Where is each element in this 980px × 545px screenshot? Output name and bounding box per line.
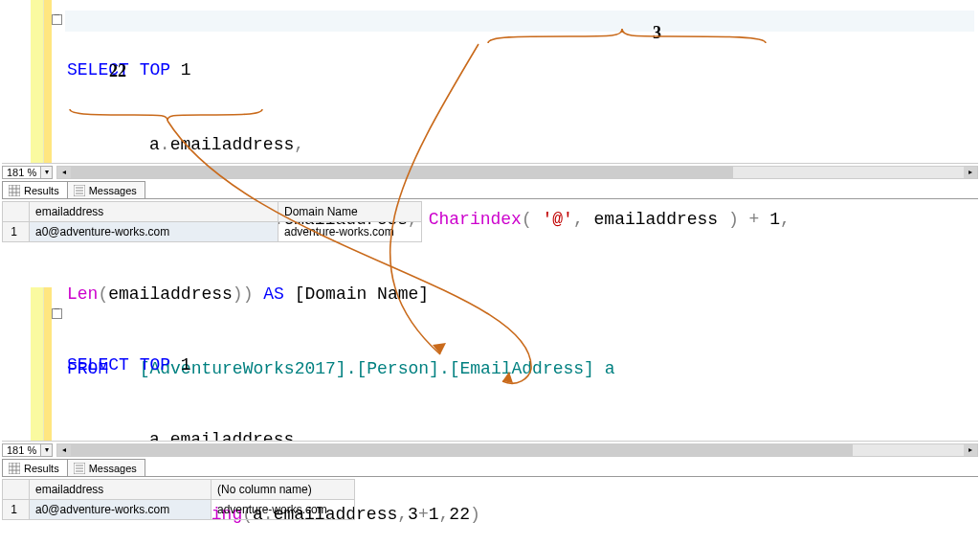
col-header[interactable]: emailaddress <box>30 480 212 500</box>
scroll-right-icon[interactable]: ▸ <box>964 167 977 178</box>
tab-results[interactable]: Results <box>2 459 68 476</box>
results-grid[interactable]: emailaddress Domain Name 1 a0@adventure-… <box>2 201 978 242</box>
svg-rect-9 <box>9 463 20 474</box>
table-header-row: emailaddress (No column name) <box>3 480 355 500</box>
annotation-22: 22 <box>109 61 126 81</box>
tab-results-label: Results <box>24 463 59 474</box>
editor-gutter <box>31 0 44 163</box>
rownum-header <box>3 480 30 500</box>
zoom-dropdown-icon[interactable]: ▾ <box>41 166 53 179</box>
tab-results-label: Results <box>24 185 59 196</box>
code-line: SELECT TOP 1 <box>54 352 976 377</box>
zoom-scroll-row: 181 % ▾ ◂ ▸ <box>2 441 978 458</box>
results-grid[interactable]: emailaddress (No column name) 1 a0@adven… <box>2 479 978 520</box>
grid-icon <box>9 185 20 196</box>
scroll-right-icon[interactable]: ▸ <box>964 444 977 456</box>
col-header[interactable]: (No column name) <box>212 480 355 500</box>
tab-messages[interactable]: Messages <box>67 459 145 476</box>
rownum-cell: 1 <box>3 222 30 242</box>
cell[interactable]: adventure-works.com <box>278 222 422 242</box>
cell[interactable]: adventure-works.com <box>212 500 355 520</box>
tab-messages-label: Messages <box>89 463 137 474</box>
tab-messages[interactable]: Messages <box>67 181 145 198</box>
hscrollbar[interactable]: ◂ ▸ <box>56 443 978 457</box>
results-tabs: Results Messages <box>2 180 978 199</box>
tab-results[interactable]: Results <box>2 181 68 198</box>
table-header-row: emailaddress Domain Name <box>3 202 422 222</box>
hscrollbar[interactable]: ◂ ▸ <box>56 166 978 179</box>
annotation-3: 3 <box>653 23 661 43</box>
zoom-scroll-row: 181 % ▾ ◂ ▸ <box>2 163 978 180</box>
editor-change-marker <box>44 287 52 450</box>
scroll-thumb[interactable] <box>71 444 853 456</box>
zoom-dropdown-icon[interactable]: ▾ <box>41 443 53 457</box>
list-icon <box>74 463 85 474</box>
zoom-level[interactable]: 181 % <box>2 166 41 179</box>
tab-messages-label: Messages <box>89 185 137 196</box>
results-tabs: Results Messages <box>2 458 978 477</box>
svg-rect-0 <box>9 185 20 196</box>
col-header[interactable]: Domain Name <box>278 202 422 222</box>
editor-change-marker <box>44 0 52 163</box>
zoom-level[interactable]: 181 % <box>2 443 41 457</box>
table-row[interactable]: 1 a0@adventure-works.com adventure-works… <box>3 500 355 520</box>
scroll-thumb[interactable] <box>71 167 733 178</box>
rownum-header <box>3 202 30 222</box>
list-icon <box>74 185 85 196</box>
editor-gutter <box>31 287 44 450</box>
scroll-left-icon[interactable]: ◂ <box>57 167 71 178</box>
rownum-cell: 1 <box>3 500 30 520</box>
code-line: SELECT TOP 1 <box>54 57 976 82</box>
grid-icon <box>9 463 20 474</box>
cell[interactable]: a0@adventure-works.com <box>30 500 212 520</box>
cell[interactable]: a0@adventure-works.com <box>30 222 278 242</box>
table-row[interactable]: 1 a0@adventure-works.com adventure-works… <box>3 222 422 242</box>
code-line: a.emailaddress, <box>54 132 976 157</box>
scroll-left-icon[interactable]: ◂ <box>57 444 71 456</box>
col-header[interactable]: emailaddress <box>30 202 278 222</box>
